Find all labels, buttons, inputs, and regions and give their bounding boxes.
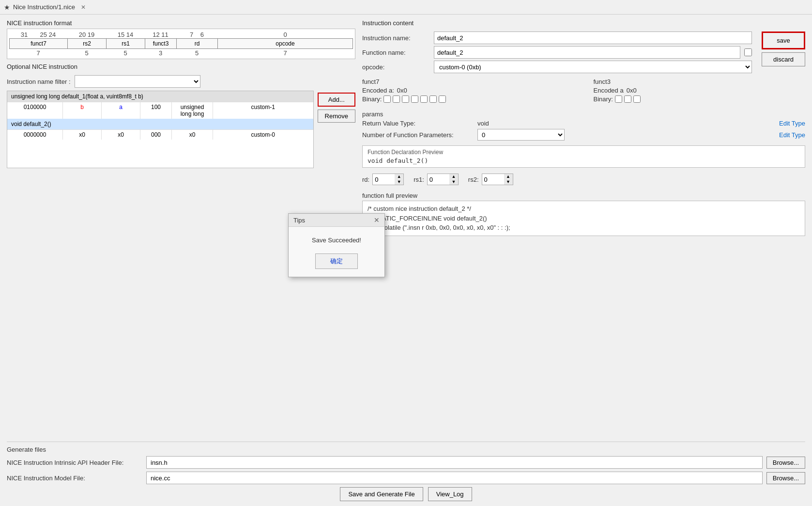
- funct7-binary-row: Binary:: [362, 95, 574, 103]
- bottom-section: Generate files NICE Instruction Intrinsi…: [7, 442, 805, 501]
- opcode-row: opcode: custom-0 (0xb) custom-1 (0x2b) c…: [362, 61, 752, 73]
- funct7-bit-0[interactable]: [439, 95, 446, 103]
- modal-body: Save Succeeded! 确定: [289, 227, 384, 277]
- field-rs2: rs2: [68, 39, 107, 48]
- insn-format-section: NICE instruction format 31 25 24 20 19 1…: [7, 19, 355, 59]
- funct7-bit-1[interactable]: [429, 95, 437, 103]
- bits-opcode: 7: [217, 49, 353, 57]
- model-file-input[interactable]: [146, 472, 763, 484]
- modal-titlebar: Tips ✕: [289, 214, 384, 227]
- funct3-bit-2[interactable]: [615, 95, 622, 103]
- bits-rs2: 5: [67, 49, 106, 57]
- funct3-bit-1[interactable]: [624, 95, 631, 103]
- funct7-encoded-label: Encoded a:: [362, 87, 394, 94]
- funct7-section: funct7 Encoded a: 0x0 Binary:: [362, 78, 574, 103]
- remove-button[interactable]: Remove: [318, 110, 355, 123]
- modal-title: Tips: [293, 217, 305, 224]
- rd-spin-down[interactable]: ▼: [395, 179, 403, 185]
- func-name-label: Function name:: [362, 49, 430, 56]
- rs2-item: rs2: ▲ ▼: [468, 174, 513, 185]
- funct7-bit-6[interactable]: [383, 95, 391, 103]
- bits-funct3: 3: [145, 49, 176, 57]
- funct-row: funct7 Encoded a: 0x0 Binary:: [362, 78, 805, 103]
- insn1-funct7: 0100000: [7, 102, 63, 119]
- header-file-label: NICE Instruction Intrinsic API Header Fi…: [7, 459, 142, 466]
- modal-close-button[interactable]: ✕: [374, 216, 380, 224]
- top-section: NICE instruction format 31 25 24 20 19 1…: [7, 19, 805, 437]
- fields-row: funct7 rs2 rs1 funct3 rd opcode: [9, 38, 353, 49]
- header-file-input[interactable]: [146, 456, 763, 469]
- model-file-row: NICE Instruction Model File: Browse...: [7, 472, 805, 484]
- optional-title: Optional NICE instruction: [7, 63, 355, 70]
- save-gen-button[interactable]: Save and Generate File: [340, 487, 423, 501]
- funct3-bit-0[interactable]: [633, 95, 641, 103]
- bit-pos-31: 31 25 24: [9, 31, 67, 38]
- num-params-select[interactable]: 0 1 2: [477, 129, 565, 141]
- rd-input[interactable]: [375, 176, 397, 183]
- rs1-spin-up[interactable]: ▲: [449, 174, 458, 179]
- funct3-encoded-label: Encoded a: [594, 87, 624, 94]
- app-icon: ★: [4, 3, 10, 11]
- opcode-select[interactable]: custom-0 (0xb) custom-1 (0x2b) custom-2 …: [434, 61, 752, 73]
- rs2-spin-down[interactable]: ▼: [504, 179, 513, 185]
- func-full-line1: /* custom nice instruction default_2 */: [368, 204, 800, 214]
- funct3-section: funct3 Encoded a 0x0 Binary:: [594, 78, 806, 103]
- insn1-data-row: 0100000 b a 100 unsigned long long custo…: [7, 102, 313, 119]
- gen-title: Generate files: [7, 446, 805, 453]
- insn2-header[interactable]: void default_2(): [7, 119, 313, 129]
- func-name-input[interactable]: [434, 46, 740, 59]
- bottom-actions: Save and Generate File View_Log: [7, 487, 805, 501]
- return-type-edit-link[interactable]: Edit Type: [779, 120, 805, 127]
- filter-label: Instruction name filter :: [7, 78, 71, 85]
- discard-button[interactable]: discard: [762, 52, 805, 66]
- funct7-bit-5[interactable]: [393, 95, 400, 103]
- insn-content-fields: Instruction name: Function name: opcode:…: [362, 32, 752, 75]
- add-button[interactable]: Add...: [318, 93, 355, 107]
- field-funct7: funct7: [10, 39, 68, 48]
- filter-row: Instruction name filter :: [7, 75, 355, 88]
- funct3-encoded-row: Encoded a 0x0: [594, 87, 806, 94]
- bit-pos-0: 0: [217, 31, 353, 38]
- filter-select[interactable]: [75, 75, 200, 88]
- funct7-binary-label: Binary:: [362, 95, 382, 103]
- num-params-edit-link[interactable]: Edit Type: [779, 131, 805, 139]
- return-type-value: void: [477, 120, 489, 127]
- func-full-line2: __STATIC_FORCEINLINE void default_2(): [368, 214, 800, 223]
- view-log-button[interactable]: View_Log: [428, 487, 472, 501]
- rs1-input[interactable]: [429, 176, 451, 183]
- funct7-bit-3[interactable]: [411, 95, 418, 103]
- modal-ok-button[interactable]: 确定: [315, 253, 358, 269]
- insn-name-row: Instruction name:: [362, 32, 752, 44]
- model-file-browse[interactable]: Browse...: [766, 472, 805, 484]
- func-full-preview-section: function full preview /* custom nice ins…: [362, 192, 805, 236]
- bits-rs1: 5: [106, 49, 145, 57]
- rs1-spin-down[interactable]: ▼: [449, 179, 458, 185]
- header-file-browse[interactable]: Browse...: [766, 457, 805, 469]
- rd-item: rd: ▲ ▼: [362, 174, 404, 185]
- insn-list: unsigned long long default_1(float a, vu…: [7, 91, 314, 168]
- funct7-bit-2[interactable]: [420, 95, 428, 103]
- save-button[interactable]: save: [762, 32, 805, 49]
- rd-spin-btns: ▲ ▼: [395, 174, 403, 185]
- rs2-input[interactable]: [484, 176, 506, 183]
- funct7-encoded-row: Encoded a: 0x0: [362, 87, 574, 94]
- close-button[interactable]: ✕: [79, 4, 88, 11]
- rd-spin-up[interactable]: ▲: [395, 174, 403, 179]
- bit-pos-7: 7 6: [176, 31, 217, 38]
- funct7-encoded-value: 0x0: [397, 87, 407, 94]
- func-decl-preview-box: Function Declaration Preview void defaul…: [362, 145, 805, 168]
- insn1-funct3: 100: [140, 102, 172, 119]
- rs2-spin-up[interactable]: ▲: [504, 174, 513, 179]
- funct3-title: funct3: [594, 78, 806, 85]
- insn-name-input[interactable]: [434, 32, 752, 44]
- bit-pos-20: 20 19: [67, 31, 106, 38]
- funct7-bit-4[interactable]: [402, 95, 409, 103]
- insn1-header[interactable]: unsigned long long default_1(float a, vu…: [7, 91, 313, 102]
- insn-format-title: NICE instruction format: [7, 19, 355, 27]
- right-panel: Instruction content Instruction name: Fu…: [362, 19, 805, 437]
- insn1-opcode: custom-1: [213, 102, 313, 119]
- return-type-label: Return Value Type:: [362, 120, 474, 127]
- insn-content-title: Instruction content: [362, 19, 805, 27]
- func-name-checkbox[interactable]: [744, 48, 752, 56]
- insn2-rs2: x0: [63, 130, 102, 140]
